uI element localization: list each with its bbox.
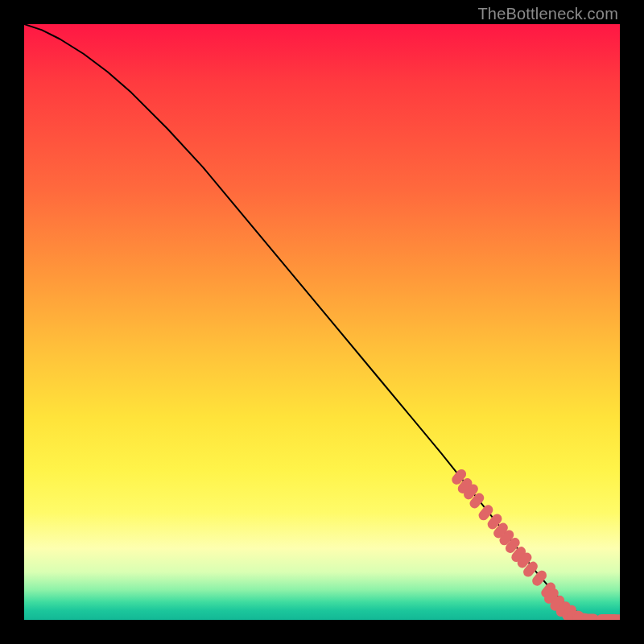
data-point	[528, 567, 533, 572]
data-point	[522, 558, 527, 564]
data-point	[505, 535, 510, 540]
data-point	[537, 576, 542, 581]
data-point	[456, 474, 461, 480]
data-point	[516, 551, 521, 557]
chart-svg	[24, 24, 620, 620]
data-point	[510, 543, 515, 548]
watermark-text: TheBottleneck.com	[477, 5, 618, 23]
data-point	[484, 510, 489, 515]
curve-path	[24, 24, 620, 620]
points-layer	[456, 474, 620, 619]
data-point	[549, 593, 554, 599]
data-point	[555, 601, 559, 606]
data-point	[475, 498, 480, 504]
data-point	[498, 528, 503, 534]
data-point	[493, 518, 497, 524]
curve-layer	[24, 24, 620, 620]
data-point	[469, 489, 473, 494]
data-point	[463, 483, 468, 489]
plot-area	[24, 24, 620, 620]
chart-stage: TheBottleneck.com	[0, 0, 644, 644]
